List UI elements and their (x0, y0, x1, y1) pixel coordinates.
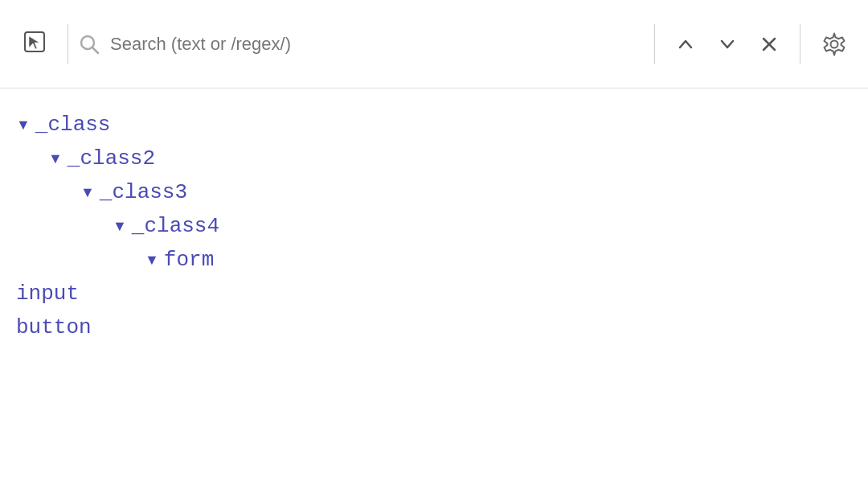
tree-node-label: form (164, 248, 214, 272)
tree-node-label: _class2 (68, 146, 155, 171)
svg-line-2 (92, 47, 98, 53)
tree-node-input[interactable]: input (16, 277, 868, 310)
tree-node-label: input (16, 282, 79, 306)
toolbar-divider-left (68, 24, 68, 64)
search-input[interactable] (110, 34, 641, 55)
toolbar (0, 0, 868, 88)
tree-node-form[interactable]: ▼ form (16, 243, 868, 277)
nav-down-button[interactable] (710, 27, 745, 62)
tree-node-button[interactable]: button (16, 310, 868, 344)
close-button[interactable] (751, 27, 787, 62)
chevron-down-icon: ▼ (16, 117, 31, 134)
toolbar-divider-right (654, 24, 655, 64)
search-icon (78, 33, 100, 56)
svg-point-5 (831, 40, 838, 47)
cursor-icon (23, 30, 48, 59)
tree-node-class1[interactable]: ▼ _class (16, 108, 868, 142)
toolbar-nav (668, 27, 787, 62)
tree-node-label: _class (35, 113, 111, 137)
toolbar-divider-right2 (800, 24, 800, 64)
chevron-down-icon: ▼ (48, 150, 63, 167)
tree-node-label: _class3 (100, 180, 187, 204)
tree-node-class3[interactable]: ▼ _class3 (16, 175, 868, 209)
chevron-down-icon: ▼ (80, 184, 95, 201)
inspect-button[interactable] (13, 22, 58, 67)
search-area (78, 33, 641, 56)
tree-view: ▼ _class ▼ _class2 ▼ _class3 ▼ _class4 ▼… (0, 88, 868, 344)
nav-up-button[interactable] (668, 27, 703, 62)
gear-button[interactable] (813, 23, 855, 65)
chevron-down-icon: ▼ (113, 218, 127, 235)
tree-node-class4[interactable]: ▼ _class4 (16, 209, 868, 243)
tree-node-class2[interactable]: ▼ _class2 (16, 142, 868, 175)
chevron-down-icon: ▼ (145, 252, 159, 269)
tree-node-label: button (16, 315, 92, 339)
tree-node-label: _class4 (132, 214, 219, 238)
